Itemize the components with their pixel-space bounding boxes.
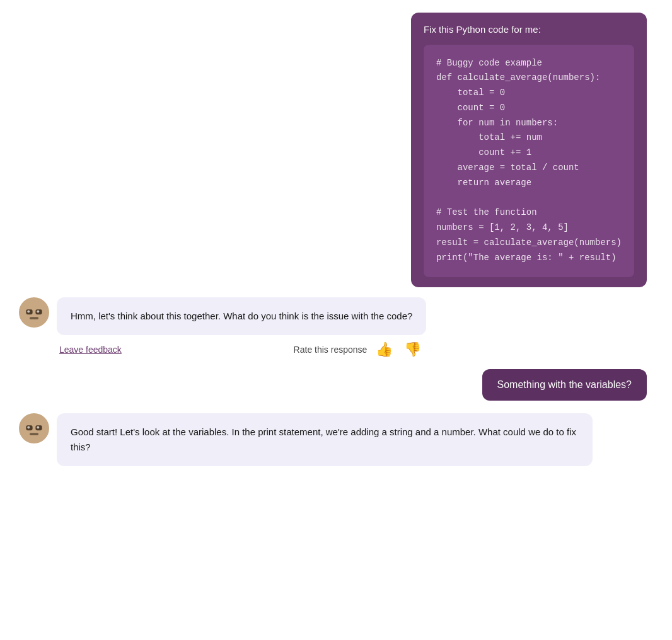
svg-point-9	[27, 426, 30, 428]
svg-rect-5	[30, 317, 38, 319]
svg-point-3	[27, 310, 30, 312]
svg-point-10	[37, 426, 39, 428]
svg-point-4	[37, 310, 39, 312]
user-code-message-wrapper: Fix this Python code for me: # Buggy cod…	[13, 13, 659, 287]
avatar-2	[19, 413, 49, 443]
ai-message-wrapper-1: Hmm, let's think about this together. Wh…	[13, 297, 659, 359]
ai-message-wrapper-2: Good start! Let's look at the variables.…	[13, 413, 659, 466]
user-short-message-wrapper: Something with the variables?	[13, 369, 659, 401]
leave-feedback-link[interactable]: Leave feedback	[59, 345, 122, 355]
code-block: # Buggy code example def calculate_avera…	[424, 45, 634, 277]
ai-bubble-1: Hmm, let's think about this together. Wh…	[57, 297, 426, 335]
chat-container: Fix this Python code for me: # Buggy cod…	[0, 0, 672, 479]
user-short-bubble: Something with the variables?	[482, 369, 647, 401]
ai-message-content-2: Good start! Let's look at the variables.…	[57, 413, 593, 466]
user-message-text: Fix this Python code for me:	[424, 23, 634, 37]
avatar-1	[19, 297, 49, 328]
ai-bubble-2: Good start! Let's look at the variables.…	[57, 413, 593, 466]
avatar-icon-1	[22, 300, 46, 324]
svg-rect-11	[30, 433, 38, 435]
avatar-icon-2	[22, 416, 46, 440]
thumbs-down-button[interactable]: 👎	[402, 340, 424, 359]
feedback-row: Leave feedback Rate this response 👍 👎	[57, 340, 426, 359]
ai-message-content-1: Hmm, let's think about this together. Wh…	[57, 297, 426, 359]
rate-text: Rate this response	[294, 345, 368, 355]
rate-response-area: Rate this response 👍 👎	[294, 340, 424, 359]
user-code-bubble: Fix this Python code for me: # Buggy cod…	[411, 13, 647, 287]
thumbs-up-button[interactable]: 👍	[373, 340, 395, 359]
